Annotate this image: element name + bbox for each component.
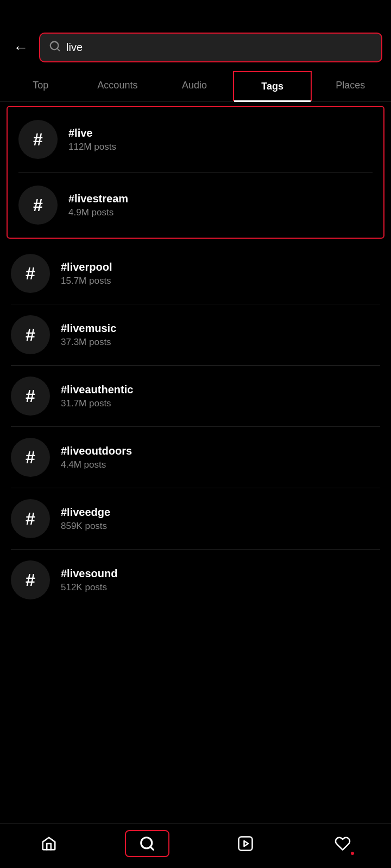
heart-icon — [335, 835, 351, 852]
list-item[interactable]: # #liveoutdoors 4.4M posts — [0, 427, 391, 488]
tag-name: #liveedge — [61, 506, 110, 519]
search-bar — [39, 33, 382, 62]
tag-name: #livesound — [61, 567, 117, 580]
nav-reels[interactable] — [224, 831, 267, 856]
list-item[interactable]: # #live 112M posts — [8, 107, 383, 172]
tag-icon: # — [18, 120, 58, 159]
search-icon — [49, 40, 61, 55]
bottom-nav — [0, 823, 391, 868]
tag-count: 112M posts — [68, 142, 116, 152]
tag-icon: # — [18, 186, 58, 225]
tab-top[interactable]: Top — [2, 71, 79, 101]
svg-line-1 — [57, 48, 59, 50]
tab-places[interactable]: Places — [312, 71, 389, 101]
list-item[interactable]: # #liverpool 15.7M posts — [0, 243, 391, 304]
tag-count: 4.4M posts — [61, 459, 132, 470]
nav-likes[interactable] — [321, 831, 364, 856]
tag-name: #liveauthentic — [61, 384, 133, 396]
tag-count: 512K posts — [61, 582, 117, 593]
tag-name: #liverpool — [61, 261, 112, 273]
tag-icon: # — [11, 254, 50, 293]
list-item[interactable]: # #livestream 4.9M posts — [8, 173, 383, 238]
search-input[interactable] — [66, 41, 373, 54]
svg-rect-4 — [238, 837, 252, 851]
tag-icon: # — [11, 499, 50, 538]
tag-count: 15.7M posts — [61, 276, 112, 286]
list-item[interactable]: # #liveedge 859K posts — [0, 488, 391, 549]
header: ← — [0, 0, 391, 71]
tags-list: # #live 112M posts # #livestream 4.9M po… — [0, 106, 391, 610]
home-icon — [41, 835, 57, 852]
list-item[interactable]: # #livemusic 37.3M posts — [0, 304, 391, 365]
tag-name: #live — [68, 127, 116, 139]
tag-icon: # — [11, 376, 50, 416]
tag-count: 37.3M posts — [61, 337, 116, 348]
tag-name: #livestream — [68, 193, 128, 205]
tab-accounts[interactable]: Accounts — [79, 71, 156, 101]
back-button[interactable]: ← — [9, 37, 33, 59]
tag-count: 4.9M posts — [68, 207, 128, 218]
tag-count: 31.7M posts — [61, 398, 133, 409]
nav-search[interactable] — [125, 830, 169, 857]
tag-name: #livemusic — [61, 322, 116, 335]
search-nav-icon — [139, 835, 155, 852]
tab-audio[interactable]: Audio — [156, 71, 233, 101]
tag-count: 859K posts — [61, 521, 110, 532]
likes-dot — [351, 852, 354, 855]
tag-name: #liveoutdoors — [61, 445, 132, 457]
svg-line-3 — [150, 847, 153, 850]
tag-icon: # — [11, 560, 50, 599]
list-item[interactable]: # #liveauthentic 31.7M posts — [0, 366, 391, 426]
svg-marker-5 — [244, 841, 248, 846]
highlighted-tags-group: # #live 112M posts # #livestream 4.9M po… — [7, 106, 384, 239]
reels-icon — [237, 835, 254, 852]
tab-tags[interactable]: Tags — [233, 71, 312, 101]
list-item[interactable]: # #livesound 512K posts — [0, 550, 391, 610]
tabs-bar: Top Accounts Audio Tags Places — [0, 71, 391, 101]
nav-home[interactable] — [28, 831, 70, 856]
tag-icon: # — [11, 438, 50, 477]
tag-icon: # — [11, 315, 50, 354]
